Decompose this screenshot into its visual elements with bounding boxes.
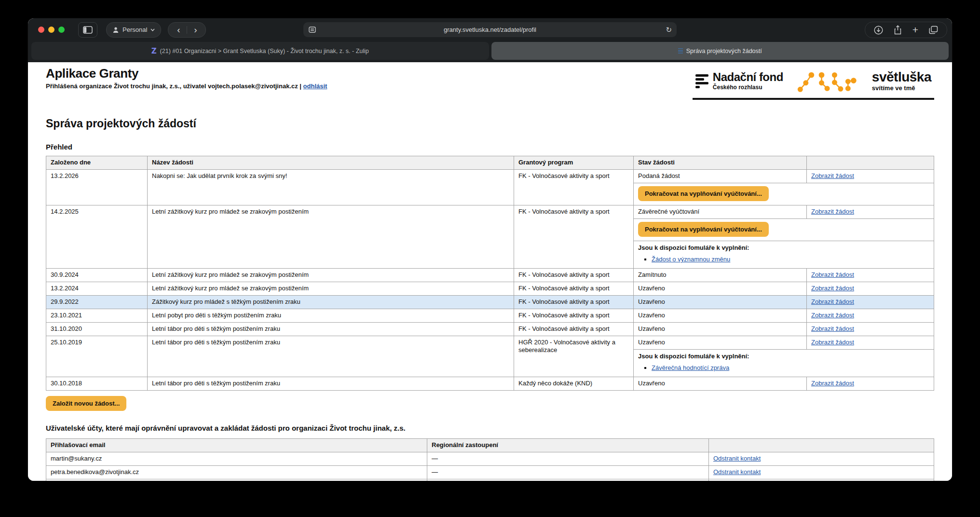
request-name: Nakopni se: Jak udělat prvník krok za sv… [148,170,514,205]
users-heading: Uživatelské účty, které mají oprávnění u… [46,424,934,432]
tab-title: Správa projektových žádostí [686,48,762,54]
safari-window: Personal ‹ › granty.svetluska.n [28,18,952,481]
screen: Personal ‹ › granty.svetluska.n [0,0,980,517]
page-content: Aplikace Granty Přihlášená organizace Ži… [28,62,952,481]
forms-label: Jsou k dispozici fomuláře k vyplnění: [638,244,929,251]
column-header: Regionální zastoupení [427,439,709,452]
view-request-link[interactable]: Zobrazit žádost [811,298,854,305]
view-request-link[interactable]: Zobrazit žádost [811,285,854,292]
cesky-rozhlas-icon [695,74,708,88]
forward-button[interactable]: › [187,23,204,37]
person-icon [112,27,119,33]
user-email: vojtech.polasek@zivotjinak.cz [46,479,427,481]
request-status-cell: Podaná žádostZobrazit žádostPokračovat n… [634,170,934,205]
user-region: — [427,479,709,481]
continue-settlement-button[interactable]: Pokračovat na vyplňování vyúčtování... [638,222,769,237]
request-name: Letní zážitkový kurz pro mládež se zrako… [148,205,514,268]
request-program: FK - Volnočasové aktivity a sport [514,170,634,205]
status-line: UzavřenoZobrazit žádost [634,282,934,295]
column-header: Grantový program [514,156,634,169]
profile-label: Personal [122,26,147,33]
login-info-text: Přihlášená organizace Život trochu jinak… [46,82,301,90]
new-request-button[interactable]: Založit novou žádost... [46,396,126,411]
back-button[interactable]: ‹ [170,23,187,37]
profile-switcher[interactable]: Personal [106,22,161,38]
view-request-link[interactable]: Zobrazit žádost [811,380,854,387]
request-status: Podaná žádost [634,170,807,183]
user-row: vojtech.polasek@zivotjinak.cz— [46,479,934,481]
request-program: FK - Volnočasové aktivity a sport [514,269,634,282]
requests-table: Založeno dne Název žádosti Grantový prog… [46,156,934,391]
form-link[interactable]: Žádost o významnou změnu [652,256,730,263]
share-button[interactable] [894,25,902,35]
request-status-cell: UzavřenoZobrazit žádost [634,296,934,309]
continue-settlement-button[interactable]: Pokračovat na vyplňování vyúčtování... [638,186,769,201]
request-date: 25.10.2019 [46,336,148,377]
request-status-cell: UzavřenoZobrazit žádostJsou k dispozici … [634,336,934,377]
request-date: 13.2.2026 [46,170,148,205]
app-title: Aplikace Granty [46,66,327,81]
address-bar[interactable]: granty.svetluska.net/zadatel/profil ↻ [303,22,677,37]
request-status-cell: Závěrečné vyúčtováníZobrazit žádostPokra… [634,205,934,268]
reload-button[interactable]: ↻ [666,26,672,34]
remove-contact-link[interactable]: Odstranit kontakt [713,468,761,476]
page-settings-icon[interactable] [309,27,316,33]
forms-list: Závěrečná hodnotící zpráva [638,364,929,371]
request-status: Uzavřeno [634,336,807,349]
column-header [709,439,934,452]
request-date: 30.9.2024 [46,269,148,282]
tab-overview-button[interactable] [929,26,938,34]
zoom-window-button[interactable] [58,27,65,33]
request-name: Letní pobyt pro děti s těžkým postižením… [148,309,514,322]
request-program: FK - Volnočasové aktivity a sport [514,323,634,336]
minimize-window-button[interactable] [48,27,54,33]
view-request-link[interactable]: Zobrazit žádost [811,325,854,332]
available-forms-area: Jsou k dispozici fomuláře k vyplnění:Záv… [634,349,934,377]
chevron-down-icon [150,28,155,31]
request-row: 23.10.2021Letní pobyt pro děti s těžkým … [46,309,934,322]
request-date: 29.9.2022 [46,296,148,309]
form-link[interactable]: Závěrečná hodnotící zpráva [652,364,729,371]
request-name: Letní tábor pro děti s těžkým postižením… [148,336,514,377]
svetluska-title: světluška [872,70,931,84]
view-request-link[interactable]: Zobrazit žádost [811,339,854,346]
view-request-link[interactable]: Zobrazit žádost [811,312,854,319]
tab-granty-active[interactable]: Správa projektových žádostí [491,42,949,60]
download-icon [874,26,883,35]
logout-link[interactable]: odhlásit [303,82,327,90]
request-name: Letní tábor pro děti s těžkým postižením… [148,377,514,390]
sidebar-toggle-button[interactable] [78,22,97,38]
user-remove-cell: Odstranit kontakt [709,452,934,465]
tab-zulip[interactable]: Z (21) #01 Organizacni > Grant Svetluska… [31,42,489,60]
status-line: UzavřenoZobrazit žádost [634,323,934,336]
request-program: FK - Volnočasové aktivity a sport [514,309,634,322]
user-region: — [427,466,709,479]
request-date: 30.10.2018 [46,377,148,390]
request-name: Letní zážitkový kurz pro mládež se zrako… [148,269,514,282]
request-row: 14.2.2025Letní zážitkový kurz pro mládež… [46,205,934,268]
settlement-button-area: Pokračovat na vyplňování vyúčtování... [634,218,934,241]
view-request-link[interactable]: Zobrazit žádost [811,172,854,179]
request-program: HGŘ 2020 - Volnočasové aktivity a sebere… [514,336,634,377]
request-row: 13.2.2026Nakopni se: Jak udělat prvník k… [46,169,934,205]
request-status: Uzavřeno [634,282,807,295]
view-request-cell: Zobrazit žádost [807,205,934,218]
view-request-link[interactable]: Zobrazit žádost [811,208,854,215]
remove-contact-link[interactable]: Odstranit kontakt [713,455,761,462]
request-status: Uzavřeno [634,309,807,322]
settlement-button-area: Pokračovat na vyplňování vyúčtování... [634,183,934,205]
request-status: Zamítnuto [634,269,807,282]
close-window-button[interactable] [38,27,44,33]
tab-overview-icon [929,26,938,34]
view-request-cell: Zobrazit žádost [807,296,934,309]
view-request-link[interactable]: Zobrazit žádost [811,271,854,278]
user-row: petra.benedikova@zivotjinak.cz—Odstranit… [46,465,934,479]
granty-favicon [678,48,683,54]
new-tab-button[interactable]: + [912,25,918,35]
nf-title: Nadační fond [713,71,783,83]
request-status: Uzavřeno [634,296,807,309]
requests-rows: 13.2.2026Nakopni se: Jak udělat prvník k… [46,169,934,390]
forms-list-item: Závěrečná hodnotící zpráva [652,364,929,371]
downloads-button[interactable] [874,26,883,35]
request-program: FK - Volnočasové aktivity a sport [514,296,634,309]
